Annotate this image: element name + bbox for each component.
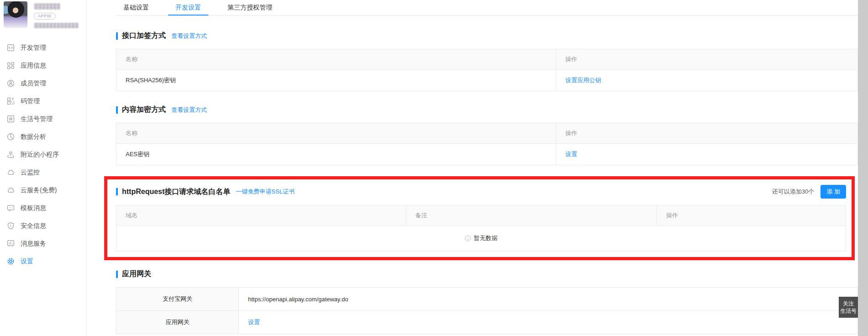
sidebar-item-cloud-service[interactable]: 云服务(免费) [0,181,86,199]
location-beacon-icon [7,151,15,158]
grid-icon [7,62,15,69]
aes-set-link[interactable]: 设置 [565,151,577,158]
whitelist-section-title: httpRequest接口请求域名白名单 [122,187,230,197]
sidebar-item-label: 码管理 [21,97,40,105]
sidebar-item-dev-manage[interactable]: 开发管理 [0,39,86,57]
sidebar-item-label: 模板消息 [21,204,46,212]
follow-tag-line2: 生活号 [840,307,857,315]
code-icon [7,44,15,52]
sidebar-item-security-info[interactable]: 安全信息 [0,217,86,235]
cloud-icon [7,186,15,194]
sign-key-name: RSA(SHA256)密钥 [116,70,556,91]
gateway-section-title: 应用网关 [122,269,151,279]
encrypt-section-title: 内容加密方式 [122,105,166,115]
sidebar-item-lifestyle-manage[interactable]: 生活号管理 [0,110,86,128]
sidebar-item-template-message[interactable]: 模板消息 [0,199,86,217]
set-app-public-key-link[interactable]: 设置应用公钥 [565,77,601,84]
table-header-row: 名称 操作 [116,49,858,70]
sidebar-item-member-manage[interactable]: 成员管理 [0,74,86,92]
sidebar-item-message-service[interactable]: 消息服务 [0,235,86,252]
col-header-remark: 备注 [406,205,657,226]
follow-tag-line1: 关注 [843,300,854,307]
col-header-action: 操作 [657,205,846,226]
tab-third-party-auth[interactable]: 第三方授权管理 [220,0,280,15]
tab-basic-settings[interactable]: 基础设置 [116,0,156,15]
col-header-domain: 域名 [116,205,406,226]
sidebar-item-label: 数据分析 [21,133,46,141]
table-row: 支付宝网关 https://openapi.alipay.com/gateway… [116,288,858,311]
table-row: 应用网关 设置 [116,311,858,334]
encrypt-table: 名称 操作 AES密钥 设置 [116,123,858,165]
sidebar-item-nearby-miniprogram[interactable]: 附近的小程序 [0,146,86,163]
main-panel: 基础设置 开发设置 第三方授权管理 接口加签方式 查看设置方式 名称 操作 RS… [87,0,858,336]
message-bubble-icon [7,204,15,212]
star-badge-icon [7,115,15,123]
sidebar-item-label: 安全信息 [21,222,46,230]
whitelist-section-header: httpRequest接口请求域名白名单 一键免费申请SSL证书 还可以添加30… [116,185,846,199]
gateway-section-header: 应用网关 [116,269,858,279]
table-header-row: 域名 备注 操作 [116,205,846,226]
sidebar-item-label: 附近的小程序 [21,151,59,159]
title-bar-accent [116,32,118,40]
gateway-table: 支付宝网关 https://openapi.alipay.com/gateway… [116,287,858,334]
sign-section-title: 接口加签方式 [122,31,166,41]
sidebar-item-label: 应用信息 [21,62,46,70]
empty-state-row: 暂无数据 [116,226,846,252]
col-header-action: 操作 [556,49,858,70]
whitelist-actions: 还可以添加30个 添 加 [772,185,846,199]
appid-value-redacted [34,23,79,28]
col-header-action: 操作 [556,123,858,144]
content-area: 接口加签方式 查看设置方式 名称 操作 RSA(SHA256)密钥 设置应用公钥… [116,31,858,334]
table-header-row: 名称 操作 [116,123,858,144]
table-row: RSA(SHA256)密钥 设置应用公钥 [116,70,858,91]
cloud-icon [7,168,15,176]
sidebar-item-label: 消息服务 [21,240,46,248]
shield-icon [7,222,15,230]
sidebar-item-data-analysis[interactable]: 数据分析 [0,128,86,146]
app-gateway-set-link[interactable]: 设置 [248,319,260,326]
title-bar-accent [116,271,118,278]
sidebar: APPID 开发管理 应用信息 成员管理 码管理 生活号管理 [0,0,87,336]
add-domain-button[interactable]: 添 加 [820,185,846,199]
chart-board-icon [7,240,15,247]
sidebar-item-label: 生活号管理 [21,115,53,123]
table-row: AES密钥 设置 [116,144,858,165]
member-icon [7,79,15,87]
aes-key-name: AES密钥 [116,144,556,165]
qr-code-icon [7,97,15,105]
gear-icon [7,257,15,265]
sidebar-item-cloud-monitor[interactable]: 云监控 [0,163,86,181]
tab-dev-settings[interactable]: 开发设置 [168,0,208,15]
sidebar-item-code-manage[interactable]: 码管理 [0,92,86,110]
sign-section-header: 接口加签方式 查看设置方式 [116,31,858,41]
sad-face-icon [465,235,471,242]
sidebar-item-app-info[interactable]: 应用信息 [0,57,86,74]
sidebar-item-label: 成员管理 [21,79,46,88]
app-root: APPID 开发管理 应用信息 成员管理 码管理 生活号管理 [0,0,868,336]
account-name-redacted [34,3,60,10]
col-header-name: 名称 [116,123,556,144]
app-gateway-label: 应用网关 [116,311,239,334]
sidebar-item-label: 云监控 [21,168,40,177]
title-bar-accent [116,106,118,114]
sign-view-setting-link[interactable]: 查看设置方式 [171,32,207,40]
sidebar-item-label: 云服务(免费) [21,186,57,194]
col-header-name: 名称 [116,49,556,70]
pie-chart-icon [7,133,15,141]
avatar[interactable] [4,1,27,28]
follow-lifestyle-tag[interactable]: 关注 生活号 [839,297,858,318]
empty-state-text: 暂无数据 [474,234,498,242]
title-bar-accent [116,188,118,195]
highlight-red-box: httpRequest接口请求域名白名单 一键免费申请SSL证书 还可以添加30… [104,176,855,260]
quota-remaining-text: 还可以添加30个 [772,188,814,196]
alipay-gateway-url: https://openapi.alipay.com/gateway.do [239,288,858,311]
encrypt-view-setting-link[interactable]: 查看设置方式 [171,106,207,114]
sign-table: 名称 操作 RSA(SHA256)密钥 设置应用公钥 [116,49,858,91]
encrypt-section-header: 内容加密方式 查看设置方式 [116,105,858,115]
apply-ssl-cert-link[interactable]: 一键免费申请SSL证书 [236,188,295,196]
whitelist-table: 域名 备注 操作 暂无数据 [116,205,846,252]
tab-bar: 基础设置 开发设置 第三方授权管理 [116,0,858,16]
alipay-gateway-label: 支付宝网关 [116,288,239,311]
sidebar-item-settings[interactable]: 设置 [0,252,86,270]
scrollbar[interactable] [858,0,868,336]
